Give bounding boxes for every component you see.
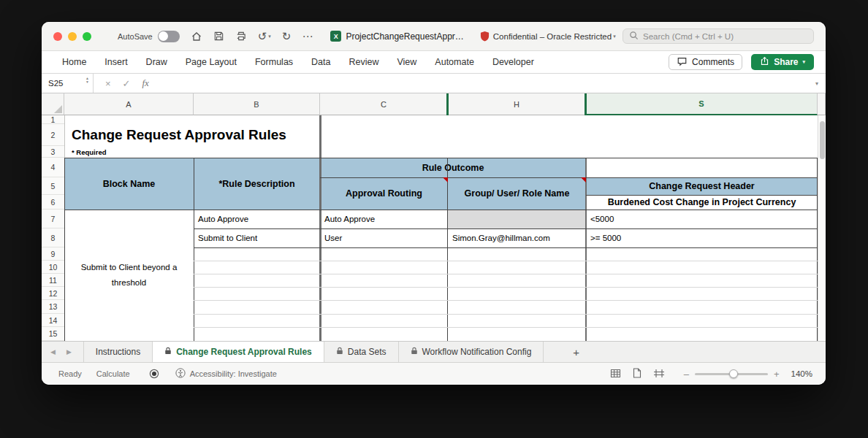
row-header-9[interactable]: 9 (42, 247, 64, 261)
column-header-A[interactable]: A (64, 93, 194, 115)
cell-block-name-merged[interactable]: Submit to Client beyond a threshold (64, 210, 194, 341)
row-header-8[interactable]: 8 (42, 228, 64, 247)
sheet-tab-instructions[interactable]: Instructions (83, 342, 153, 362)
zoom-in-icon[interactable]: + (774, 369, 780, 380)
row-header-7[interactable]: 7 (42, 210, 64, 228)
share-button[interactable]: Share ▾ (751, 54, 814, 70)
row-header-12[interactable]: 12 (42, 287, 64, 300)
row-header-13[interactable]: 13 (42, 300, 64, 314)
redo-icon[interactable]: ↻ (282, 31, 292, 42)
print-icon[interactable] (235, 31, 247, 42)
cell-rule-description-header[interactable]: *Rule Description (194, 158, 320, 210)
sheet-tab-workflow-notification-config[interactable]: Workflow Notification Config (399, 342, 544, 362)
name-box[interactable]: S25 ▲ ▼ (42, 74, 93, 93)
comments-button[interactable]: Comments (669, 54, 742, 70)
name-box-stepper[interactable]: ▲ ▼ (85, 77, 89, 84)
select-all-corner[interactable] (42, 93, 64, 115)
ribbon-tab-formulas[interactable]: Formulas (255, 57, 293, 67)
row-header-3[interactable]: 3 (42, 146, 64, 158)
ribbon-tab-page-layout[interactable]: Page Layout (186, 57, 237, 67)
page-layout-view-icon[interactable] (633, 368, 642, 380)
cell-C7[interactable]: Auto Approve (320, 210, 448, 228)
excel-window: AutoSave ↺ ▾ ↻ ⋯ X ProjectChangeRequestA… (42, 22, 826, 385)
sheet-nav-right-icon[interactable]: ▶ (66, 348, 72, 356)
ribbon-tab-insert[interactable]: Insert (104, 57, 127, 67)
sensitivity-dropdown-icon[interactable]: ▾ (613, 34, 616, 39)
accessibility-status[interactable]: Accessibility: Investigate (175, 368, 277, 380)
row-header-2[interactable]: 2 (42, 124, 64, 146)
ribbon-tab-review[interactable]: Review (349, 57, 378, 67)
row-header-15[interactable]: 15 (42, 327, 64, 341)
column-header-S[interactable]: S (586, 93, 818, 115)
home-icon[interactable] (191, 31, 202, 42)
sheet-tab-label: Change Request Approval Rules (176, 347, 312, 357)
accessibility-icon (175, 368, 186, 380)
sheet-tab-change-request-approval-rules[interactable]: Change Request Approval Rules (153, 342, 324, 362)
row-header-14[interactable]: 14 (42, 314, 64, 327)
ribbon-tab-view[interactable]: View (397, 57, 416, 67)
gridline (194, 287, 818, 288)
formula-bar-expand-icon[interactable]: ▾ (815, 80, 826, 87)
cell-rule-outcome-header[interactable]: Rule Outcome (320, 158, 586, 177)
undo-icon[interactable]: ↺ (258, 31, 267, 42)
more-toolbar-actions-icon[interactable]: ⋯ (302, 31, 313, 42)
undo-dropdown-icon[interactable]: ▾ (268, 34, 271, 39)
zoom-level[interactable]: 140% (791, 369, 812, 378)
ribbon-tab-developer[interactable]: Developer (492, 57, 534, 67)
column-header-H[interactable]: H (448, 93, 586, 115)
fullscreen-window-button[interactable] (83, 32, 91, 41)
ribbon-tab-data[interactable]: Data (311, 57, 330, 67)
cell-H8[interactable]: Simon.Gray@hillman.com (448, 228, 586, 247)
required-note[interactable]: * Required (72, 146, 218, 158)
cell-group-user-role-header[interactable]: Group/ User/ Role Name (448, 177, 586, 210)
row-header-11[interactable]: 11 (42, 274, 64, 287)
cell-B8[interactable]: Submit to Client (194, 228, 320, 247)
cell-B7[interactable]: Auto Approve (194, 210, 320, 228)
ribbon-tab-home[interactable]: Home (62, 57, 86, 67)
page-break-view-icon[interactable] (653, 369, 665, 380)
row-header-6[interactable]: 6 (42, 195, 64, 210)
cell-block-name-header[interactable]: Block Name (64, 158, 194, 210)
sheet-tab-data-sets[interactable]: Data Sets (324, 342, 399, 362)
vertical-scrollbar[interactable] (818, 115, 826, 341)
enter-entry-icon[interactable]: ✓ (123, 79, 131, 88)
document-title[interactable]: ProjectChangeRequestAppr… (346, 31, 463, 42)
row-header-1[interactable]: 1 (42, 115, 64, 124)
add-sheet-button[interactable]: + (563, 342, 590, 362)
row-header-10[interactable]: 10 (42, 261, 64, 274)
normal-view-icon[interactable] (610, 369, 621, 380)
row-header-4[interactable]: 4 (42, 158, 64, 177)
cell-C8[interactable]: User (320, 228, 448, 247)
stepper-down-icon[interactable]: ▼ (85, 80, 89, 84)
row-header-5[interactable]: 5 (42, 177, 64, 195)
ribbon-tab-draw[interactable]: Draw (146, 57, 167, 67)
cell-H7-disabled[interactable] (448, 210, 586, 228)
cancel-entry-icon[interactable]: × (105, 79, 111, 88)
cell-change-request-header[interactable]: Change Request Header (586, 177, 818, 195)
cell-burdened-cost-header[interactable]: Burdened Cost Change in Project Currency (586, 195, 818, 210)
minimize-window-button[interactable] (68, 32, 77, 41)
sensitivity-label[interactable]: Confidential – Oracle Restricted (493, 32, 612, 41)
macro-record-icon[interactable] (149, 369, 159, 379)
insert-function-icon[interactable]: fx (142, 77, 149, 89)
zoom-slider[interactable] (695, 373, 768, 375)
sheet-title[interactable]: Change Request Approval Rules (72, 124, 378, 146)
zoom-out-icon[interactable]: – (684, 369, 689, 380)
sheet-tab-label: Workflow Notification Config (422, 347, 532, 357)
cell-approval-routing-header[interactable]: Approval Routing (320, 177, 448, 210)
cell-S7[interactable]: <5000 (586, 210, 818, 228)
save-icon[interactable] (213, 31, 224, 42)
status-calculate[interactable]: Calculate (96, 369, 130, 378)
scrollbar-thumb[interactable] (820, 121, 825, 159)
cell-S8[interactable]: >= 5000 (586, 228, 818, 247)
column-header-C[interactable]: C (320, 93, 448, 115)
column-header-B[interactable]: B (194, 93, 320, 115)
lock-icon (336, 347, 343, 357)
autosave-toggle[interactable] (158, 31, 180, 42)
ribbon-tab-automate[interactable]: Automate (435, 57, 474, 67)
sheet-nav-left-icon[interactable]: ◀ (50, 348, 56, 356)
search-field[interactable]: Search (Cmd + Ctrl + U) (623, 28, 814, 44)
gridline (64, 210, 818, 210)
close-window-button[interactable] (53, 32, 62, 41)
zoom-slider-thumb[interactable] (729, 369, 738, 378)
